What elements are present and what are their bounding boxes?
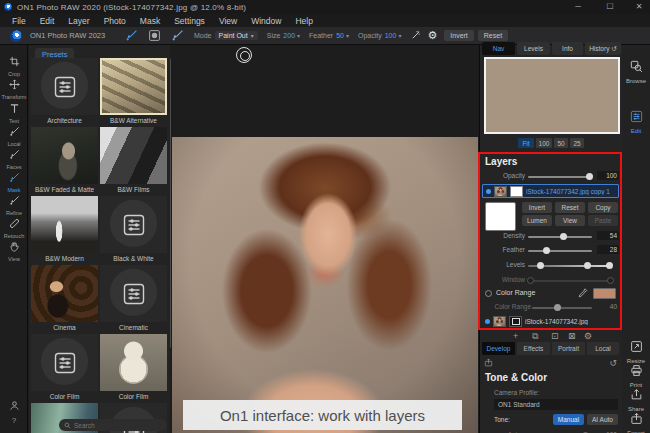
maximize-button[interactable]: ☐: [597, 0, 623, 14]
menu-layer[interactable]: Layer: [61, 16, 96, 26]
tone-manual-button[interactable]: Manual: [553, 414, 584, 425]
slider-handle[interactable]: [586, 173, 593, 180]
mask-reset-button[interactable]: Reset: [555, 202, 585, 213]
tool-text[interactable]: Text: [0, 100, 28, 124]
tool-local[interactable]: Local: [0, 123, 28, 147]
feather-slider[interactable]: Feather 28: [480, 245, 621, 255]
tool-transform[interactable]: Transform: [0, 76, 28, 100]
mask-lumen-button[interactable]: Lumen: [522, 215, 552, 226]
menu-file[interactable]: File: [5, 16, 33, 26]
levels-shadow-handle[interactable]: [537, 262, 544, 269]
slider-handle[interactable]: [554, 304, 561, 311]
preset-tile-black-white[interactable]: Black & White: [100, 196, 167, 265]
preset-tile-bw-films[interactable]: B&W Films: [100, 127, 167, 196]
size-value[interactable]: 200: [283, 32, 295, 39]
levels-highlight-handle[interactable]: [606, 262, 613, 269]
mask-paste-button[interactable]: Paste: [588, 215, 618, 226]
opacity-caret-icon[interactable]: ▾: [398, 32, 401, 39]
browse-module-button[interactable]: Browse: [622, 59, 650, 84]
slider-track[interactable]: [528, 176, 592, 178]
perfect-brush-icon[interactable]: [148, 29, 161, 42]
menu-photo[interactable]: Photo: [97, 16, 133, 26]
zoom-100-button[interactable]: 100: [536, 138, 552, 148]
slider-track[interactable]: [528, 280, 612, 282]
tone-ai-auto-button[interactable]: AI Auto: [587, 414, 618, 425]
duplicate-layer-icon[interactable]: ⧉: [532, 331, 538, 342]
tab-history[interactable]: History ↺: [585, 42, 621, 55]
preset-tile-bw-faded-matte[interactable]: B&W Faded & Matte: [31, 127, 98, 196]
levels-slider[interactable]: Levels: [480, 260, 621, 270]
zoom-fit-button[interactable]: Fit: [518, 138, 534, 148]
preset-search-bar[interactable]: [59, 419, 167, 431]
color-range-swatch[interactable]: [593, 288, 616, 299]
layer-row-copy[interactable]: iStock-174077342.jpg copy 1: [482, 184, 619, 198]
delete-layer-icon[interactable]: ⊠: [568, 331, 576, 341]
slider-track[interactable]: [528, 236, 592, 238]
mask-invert-button[interactable]: Invert: [522, 202, 552, 213]
menu-window[interactable]: Window: [244, 16, 288, 26]
perfect-eraser-wand-icon[interactable]: [410, 30, 421, 41]
slider-handle[interactable]: [527, 277, 534, 284]
zoom-25-button[interactable]: 25: [570, 138, 584, 148]
slider-track[interactable]: [532, 307, 592, 309]
layer-row-base[interactable]: iStock-174077342.jpg: [482, 314, 619, 328]
tab-portrait[interactable]: Portrait: [552, 342, 585, 355]
preset-tile-bw-alternative[interactable]: B&W Alternative: [100, 58, 167, 127]
preset-tile-color-film-2[interactable]: Color Film: [100, 334, 167, 403]
resize-button[interactable]: Resize: [622, 339, 650, 364]
slider-handle[interactable]: [560, 233, 567, 240]
account-button[interactable]: [0, 397, 28, 415]
help-button[interactable]: ?: [0, 416, 28, 425]
print-button[interactable]: Print: [622, 363, 650, 388]
tool-faces[interactable]: Faces: [0, 146, 28, 170]
menu-settings[interactable]: Settings: [167, 16, 212, 26]
mask-view-button[interactable]: View: [555, 215, 585, 226]
mask-copy-button[interactable]: Copy: [588, 202, 618, 213]
merge-layer-icon[interactable]: ⊡: [551, 331, 559, 341]
invert-mask-button[interactable]: Invert: [444, 30, 474, 41]
tab-info[interactable]: Info: [552, 42, 583, 55]
menu-mask[interactable]: Mask: [133, 16, 167, 26]
layer-visibility-icon[interactable]: [486, 189, 491, 194]
preset-tile-color-film-1[interactable]: Color Film: [31, 334, 98, 403]
tab-levels[interactable]: Levels: [517, 42, 550, 55]
share-button[interactable]: Share: [622, 387, 650, 412]
slider-track[interactable]: [528, 265, 612, 267]
tool-retouch[interactable]: Retouch: [0, 215, 28, 239]
mode-dropdown[interactable]: Paint Out ▾: [215, 31, 258, 40]
menu-help[interactable]: Help: [288, 16, 319, 26]
window-slider[interactable]: Window: [480, 275, 621, 285]
brush-settings-gear-icon[interactable]: ⚙: [427, 30, 437, 41]
color-range-toggle[interactable]: [485, 290, 492, 297]
camera-profile-dropdown[interactable]: ON1 Standard: [494, 399, 618, 410]
menu-edit[interactable]: Edit: [33, 16, 62, 26]
tab-local[interactable]: Local: [587, 342, 619, 355]
minimize-button[interactable]: ─: [565, 0, 591, 14]
edit-module-button[interactable]: Edit: [622, 109, 650, 134]
tool-crop[interactable]: Crop: [0, 53, 28, 77]
layer-visibility-icon[interactable]: [485, 319, 490, 324]
preset-tile-bw-modern[interactable]: B&W Modern: [31, 196, 98, 265]
tool-view[interactable]: View: [0, 238, 28, 262]
eyedropper-icon[interactable]: [578, 288, 588, 298]
density-slider[interactable]: Density 54: [480, 231, 621, 241]
slider-track[interactable]: [528, 250, 592, 252]
tab-effects[interactable]: Effects: [517, 342, 550, 355]
add-layer-icon[interactable]: +: [513, 331, 518, 341]
photo-portrait[interactable]: [172, 137, 478, 433]
reset-mask-button[interactable]: Reset: [478, 30, 508, 41]
preset-tile-cinematic[interactable]: Cinematic: [100, 265, 167, 334]
layer-mask-thumbnail[interactable]: [510, 186, 523, 197]
paint-brush-icon[interactable]: [125, 29, 138, 42]
reset-develop-icon[interactable]: ↺: [609, 358, 617, 368]
search-input[interactable]: [74, 422, 154, 429]
slider-handle[interactable]: [607, 277, 614, 284]
layer-settings-gear-icon[interactable]: ⚙: [584, 331, 592, 341]
feather-value[interactable]: 50: [336, 32, 344, 39]
refine-brush-icon[interactable]: [171, 29, 184, 42]
opacity-value[interactable]: 100: [385, 32, 397, 39]
tool-refine[interactable]: Refine: [0, 192, 28, 216]
layer-opacity-slider[interactable]: Opacity 100: [480, 171, 621, 181]
levels-mid-handle[interactable]: [584, 262, 591, 269]
zoom-50-button[interactable]: 50: [554, 138, 568, 148]
